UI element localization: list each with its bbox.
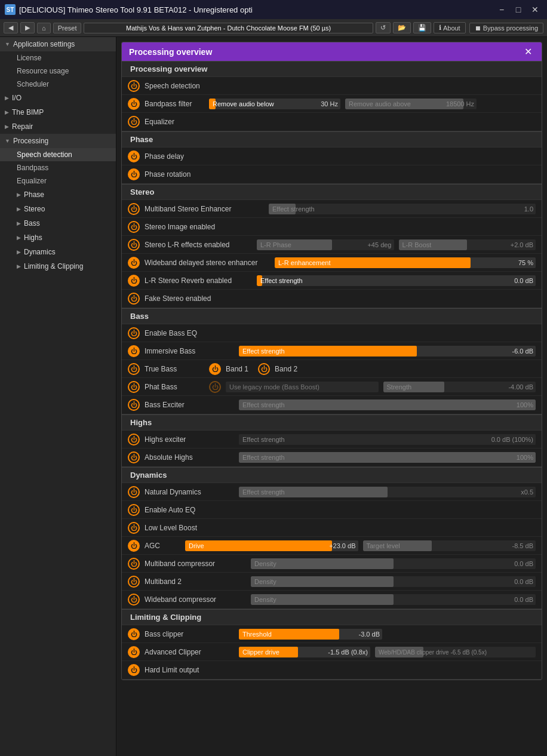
speech-detection-label: Speech detection	[145, 82, 204, 90]
modal-close-button[interactable]: ✕	[522, 46, 534, 57]
stereo-lr-bar2[interactable]: L-R Boost +2.0 dB	[399, 239, 536, 250]
agc-power[interactable]	[128, 540, 140, 552]
natural-dynamics-bar[interactable]: Effect strength x0.5	[239, 487, 536, 497]
sidebar-item-bass[interactable]: Bass	[0, 216, 116, 231]
bass-clipper-power[interactable]	[128, 628, 140, 640]
table-row: Highs exciter Effect strength 0.0 dB (10…	[122, 431, 542, 448]
bass-exciter-power[interactable]	[128, 399, 140, 411]
sidebar-item-bimp[interactable]: The BIMP	[0, 105, 116, 119]
enable-auto-eq-label: Enable Auto EQ	[145, 506, 204, 514]
sidebar-item-processing[interactable]: Processing	[0, 134, 116, 148]
sidebar-item-license[interactable]: License	[0, 51, 116, 64]
equalizer-power[interactable]	[128, 116, 140, 128]
bandpass-bar2[interactable]: Remove audio above 18500 Hz	[345, 99, 477, 109]
low-level-boost-power[interactable]	[128, 522, 140, 534]
home-button[interactable]: ⌂	[37, 23, 51, 33]
multiband-stereo-power[interactable]	[128, 203, 140, 215]
phase-delay-power[interactable]	[128, 150, 140, 162]
sidebar-item-scheduler[interactable]: Scheduler	[0, 78, 116, 91]
phat-bass-bar2[interactable]: Strength -4.00 dB	[383, 382, 536, 392]
speech-detection-power[interactable]	[128, 80, 140, 92]
maximize-button[interactable]: □	[511, 2, 526, 17]
stereo-lr-bar1[interactable]: L-R Phase +45 deg	[257, 239, 394, 250]
bandpass-filter-power[interactable]	[128, 98, 140, 110]
phase-rotation-power[interactable]	[128, 168, 140, 180]
agc-target-bar[interactable]: Target level -8.5 dB	[363, 540, 536, 551]
table-row: Equalizer	[122, 113, 542, 131]
sidebar-item-speech-detection[interactable]: Speech detection	[0, 148, 116, 161]
wideband-compressor-bar-label: Density	[254, 596, 276, 603]
multiband-compressor-bar[interactable]: Density 0.0 dB	[251, 558, 536, 569]
multiband2-power[interactable]	[128, 576, 140, 588]
bypass-button[interactable]: ⏹ Bypass processing	[469, 23, 543, 33]
lr-reverb-power[interactable]	[128, 275, 140, 287]
true-bass-power[interactable]	[128, 363, 140, 375]
sidebar-processing-label: Processing	[13, 137, 48, 145]
nav-forward-button[interactable]: ▶	[20, 22, 35, 33]
multiband2-bar[interactable]: Density 0.0 dB	[251, 576, 536, 587]
fake-stereo-power[interactable]	[128, 293, 140, 305]
true-bass-band2-power[interactable]	[258, 363, 270, 375]
sidebar-item-repair[interactable]: Repair	[0, 119, 116, 134]
true-bass-band1-power[interactable]	[209, 363, 221, 375]
sidebar-item-highs[interactable]: Highs	[0, 231, 116, 245]
absolute-highs-power[interactable]	[128, 451, 140, 463]
phat-bass-legacy-power[interactable]	[209, 381, 221, 393]
stereo-image-power[interactable]	[128, 221, 140, 233]
bandpass-bar1-value: 30 Hz	[321, 100, 338, 107]
agc-drive-bar[interactable]: Drive +23.0 dB	[185, 540, 358, 551]
enable-bass-eq-power[interactable]	[128, 327, 140, 339]
sidebar-item-dynamics[interactable]: Dynamics	[0, 245, 116, 259]
sidebar-item-stereo[interactable]: Stereo	[0, 202, 116, 216]
bandpass-bar1[interactable]: Remove audio below 30 Hz	[209, 99, 340, 109]
wideband-delayed-power[interactable]	[128, 257, 140, 269]
bandpass-filter-label: Bandpass filter	[145, 100, 204, 108]
sidebar-item-io[interactable]: I/O	[0, 91, 116, 105]
natural-dynamics-bar-label: Effect strength	[242, 488, 285, 496]
true-bass-label: True Bass	[145, 365, 204, 373]
highs-exciter-bar[interactable]: Effect strength 0.0 dB (100%)	[239, 434, 536, 445]
bass-exciter-bar[interactable]: Effect strength 100%	[239, 399, 536, 410]
enable-auto-eq-power[interactable]	[128, 504, 140, 516]
highs-exciter-power[interactable]	[128, 434, 140, 445]
sidebar-item-resource-usage[interactable]: Resource usage	[0, 64, 116, 78]
save-button[interactable]: 💾	[413, 22, 431, 33]
immersive-bass-power[interactable]	[128, 345, 140, 357]
table-row: Phase rotation	[122, 165, 542, 183]
enable-bass-eq-label: Enable Bass EQ	[145, 329, 204, 337]
table-row: Bass clipper Threshold -3.0 dB	[122, 625, 542, 643]
open-folder-button[interactable]: 📂	[393, 22, 411, 33]
multiband-stereo-bar[interactable]: Effect strength 1.0	[269, 204, 536, 214]
bass-clipper-bar[interactable]: Threshold -3.0 dB	[239, 629, 382, 640]
stereo-lr-power[interactable]	[128, 239, 140, 251]
sidebar-item-app-settings[interactable]: Application settings	[0, 37, 116, 51]
advanced-clipper-power[interactable]	[128, 646, 140, 658]
sidebar-item-limiting[interactable]: Limiting & Clipping	[0, 259, 116, 273]
undo-button[interactable]: ↺	[376, 22, 391, 33]
hard-limit-power[interactable]	[128, 664, 140, 676]
sidebar-item-phase[interactable]: Phase	[0, 188, 116, 202]
phat-bass-power[interactable]	[128, 381, 140, 393]
nav-back-button[interactable]: ◀	[4, 22, 18, 33]
lr-reverb-bar[interactable]: Effect strength 0.0 dB	[257, 275, 536, 286]
advanced-clipper-bar1[interactable]: Clipper drive -1.5 dB (0.8x)	[239, 647, 370, 657]
absolute-highs-bar-label: Effect strength	[242, 454, 285, 461]
immersive-bass-bar[interactable]: Effect strength -6.0 dB	[239, 346, 536, 357]
natural-dynamics-power[interactable]	[128, 486, 140, 498]
table-row: Bass Exciter Effect strength 100%	[122, 396, 542, 414]
absolute-highs-bar[interactable]: Effect strength 100%	[239, 452, 536, 463]
advanced-clipper-bar2[interactable]: Web/HD/DAB clipper drive -6.5 dB (0.5x)	[375, 647, 536, 657]
app-icon: ST	[5, 4, 16, 15]
wideband-compressor-bar[interactable]: Density 0.0 dB	[251, 594, 536, 605]
multiband-compressor-power[interactable]	[128, 558, 140, 570]
phat-bass-bar1[interactable]: Use legacy mode (Bass Boost)	[226, 382, 379, 392]
about-button[interactable]: ℹ About	[434, 22, 466, 33]
wideband-delayed-bar[interactable]: L-R enhancement 75 %	[275, 257, 536, 268]
sidebar-item-bandpass[interactable]: Bandpass	[0, 161, 116, 174]
wideband-compressor-power[interactable]	[128, 594, 140, 606]
sidebar-item-equalizer[interactable]: Equalizer	[0, 174, 116, 188]
table-row: Fake Stereo enabled	[122, 290, 542, 308]
table-row: Absolute Highs Effect strength 100%	[122, 448, 542, 466]
minimize-button[interactable]: −	[494, 2, 509, 17]
close-button[interactable]: ✕	[528, 2, 542, 17]
